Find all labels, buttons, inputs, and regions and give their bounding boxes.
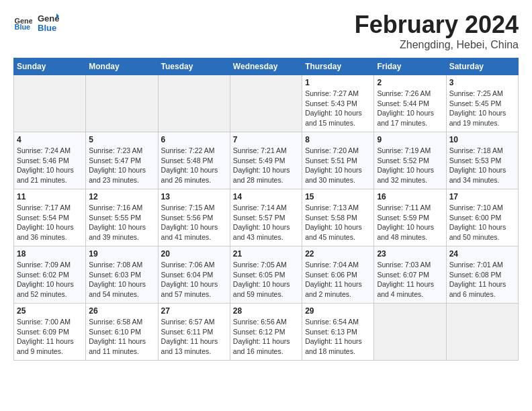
- table-row: 8Sunrise: 7:20 AM Sunset: 5:51 PM Daylig…: [302, 132, 374, 189]
- day-number: 5: [89, 135, 154, 144]
- table-row: 29Sunrise: 6:54 AM Sunset: 6:13 PM Dayli…: [302, 304, 374, 361]
- logo-icon: General Blue: [13, 12, 32, 31]
- day-number: 17: [449, 192, 515, 201]
- day-info: Sunrise: 7:14 AM Sunset: 5:57 PM Dayligh…: [233, 203, 299, 242]
- day-number: 29: [305, 306, 371, 316]
- table-row: [14, 75, 86, 132]
- table-row: 2Sunrise: 7:26 AM Sunset: 5:44 PM Daylig…: [374, 75, 446, 132]
- day-info: Sunrise: 6:54 AM Sunset: 6:13 PM Dayligh…: [305, 317, 371, 357]
- col-friday: Friday: [374, 58, 446, 75]
- table-row: 6Sunrise: 7:22 AM Sunset: 5:48 PM Daylig…: [158, 132, 230, 189]
- table-row: 20Sunrise: 7:06 AM Sunset: 6:04 PM Dayli…: [158, 246, 230, 304]
- table-row: 4Sunrise: 7:24 AM Sunset: 5:46 PM Daylig…: [14, 132, 86, 189]
- day-number: 8: [305, 135, 371, 144]
- svg-text:Blue: Blue: [38, 23, 56, 32]
- calendar-table: Sunday Monday Tuesday Wednesday Thursday…: [13, 58, 519, 361]
- table-row: 27Sunrise: 6:57 AM Sunset: 6:11 PM Dayli…: [158, 304, 230, 361]
- title-block: February 2024 Zhengding, Hebei, China: [355, 11, 519, 51]
- table-row: 24Sunrise: 7:01 AM Sunset: 6:08 PM Dayli…: [446, 246, 518, 304]
- svg-text:General: General: [38, 13, 59, 24]
- day-info: Sunrise: 7:23 AM Sunset: 5:47 PM Dayligh…: [89, 146, 154, 185]
- day-info: Sunrise: 7:16 AM Sunset: 5:55 PM Dayligh…: [89, 203, 154, 242]
- col-wednesday: Wednesday: [230, 58, 302, 75]
- day-number: 2: [377, 78, 443, 87]
- header: General Blue General Blue February 2024 …: [13, 11, 519, 51]
- logo: General Blue General Blue: [13, 11, 59, 32]
- day-number: 13: [161, 192, 227, 201]
- calendar-header-row: Sunday Monday Tuesday Wednesday Thursday…: [14, 58, 519, 75]
- day-number: 14: [233, 192, 299, 201]
- col-saturday: Saturday: [446, 58, 518, 75]
- calendar-week-row: 1Sunrise: 7:27 AM Sunset: 5:43 PM Daylig…: [14, 75, 519, 132]
- day-info: Sunrise: 7:25 AM Sunset: 5:45 PM Dayligh…: [449, 89, 515, 128]
- table-row: 16Sunrise: 7:11 AM Sunset: 5:59 PM Dayli…: [374, 189, 446, 246]
- calendar-week-row: 25Sunrise: 7:00 AM Sunset: 6:09 PM Dayli…: [14, 304, 519, 361]
- table-row: 28Sunrise: 6:56 AM Sunset: 6:12 PM Dayli…: [230, 304, 302, 361]
- day-info: Sunrise: 7:13 AM Sunset: 5:58 PM Dayligh…: [305, 203, 371, 242]
- day-number: 10: [449, 135, 515, 144]
- day-number: 19: [89, 249, 154, 259]
- table-row: [158, 75, 230, 132]
- day-info: Sunrise: 7:15 AM Sunset: 5:56 PM Dayligh…: [161, 203, 227, 242]
- table-row: [446, 304, 518, 361]
- day-number: 4: [17, 135, 83, 144]
- day-number: 18: [17, 249, 83, 259]
- table-row: 5Sunrise: 7:23 AM Sunset: 5:47 PM Daylig…: [86, 132, 158, 189]
- table-row: 17Sunrise: 7:10 AM Sunset: 6:00 PM Dayli…: [446, 189, 518, 246]
- day-info: Sunrise: 7:03 AM Sunset: 6:07 PM Dayligh…: [377, 260, 443, 300]
- table-row: 23Sunrise: 7:03 AM Sunset: 6:07 PM Dayli…: [374, 246, 446, 304]
- day-number: 24: [449, 249, 515, 259]
- day-info: Sunrise: 7:01 AM Sunset: 6:08 PM Dayligh…: [449, 260, 515, 300]
- day-info: Sunrise: 7:17 AM Sunset: 5:54 PM Dayligh…: [17, 203, 83, 242]
- day-number: 20: [161, 249, 227, 259]
- day-number: 26: [89, 306, 154, 316]
- table-row: 19Sunrise: 7:08 AM Sunset: 6:03 PM Dayli…: [86, 246, 158, 304]
- table-row: 26Sunrise: 6:58 AM Sunset: 6:10 PM Dayli…: [86, 304, 158, 361]
- day-info: Sunrise: 7:20 AM Sunset: 5:51 PM Dayligh…: [305, 146, 371, 185]
- day-info: Sunrise: 7:27 AM Sunset: 5:43 PM Dayligh…: [305, 89, 371, 128]
- day-info: Sunrise: 7:04 AM Sunset: 6:06 PM Dayligh…: [305, 260, 371, 300]
- table-row: [374, 304, 446, 361]
- col-thursday: Thursday: [302, 58, 374, 75]
- day-number: 21: [233, 249, 299, 259]
- table-row: 14Sunrise: 7:14 AM Sunset: 5:57 PM Dayli…: [230, 189, 302, 246]
- day-number: 7: [233, 135, 299, 144]
- calendar-week-row: 18Sunrise: 7:09 AM Sunset: 6:02 PM Dayli…: [14, 246, 519, 304]
- table-row: 18Sunrise: 7:09 AM Sunset: 6:02 PM Dayli…: [14, 246, 86, 304]
- col-sunday: Sunday: [14, 58, 86, 75]
- page: General Blue General Blue February 2024 …: [0, 0, 532, 411]
- day-info: Sunrise: 7:21 AM Sunset: 5:49 PM Dayligh…: [233, 146, 299, 185]
- day-number: 15: [305, 192, 371, 201]
- col-monday: Monday: [86, 58, 158, 75]
- day-number: 25: [17, 306, 83, 316]
- calendar-week-row: 4Sunrise: 7:24 AM Sunset: 5:46 PM Daylig…: [14, 132, 519, 189]
- table-row: [86, 75, 158, 132]
- day-info: Sunrise: 7:00 AM Sunset: 6:09 PM Dayligh…: [17, 317, 83, 357]
- day-info: Sunrise: 7:19 AM Sunset: 5:52 PM Dayligh…: [377, 146, 443, 185]
- day-number: 11: [17, 192, 83, 201]
- day-number: 28: [233, 306, 299, 316]
- day-info: Sunrise: 6:56 AM Sunset: 6:12 PM Dayligh…: [233, 317, 299, 357]
- day-number: 23: [377, 249, 443, 259]
- table-row: 11Sunrise: 7:17 AM Sunset: 5:54 PM Dayli…: [14, 189, 86, 246]
- day-info: Sunrise: 7:09 AM Sunset: 6:02 PM Dayligh…: [17, 260, 83, 300]
- table-row: [230, 75, 302, 132]
- day-info: Sunrise: 7:26 AM Sunset: 5:44 PM Dayligh…: [377, 89, 443, 128]
- table-row: 21Sunrise: 7:05 AM Sunset: 6:05 PM Dayli…: [230, 246, 302, 304]
- col-tuesday: Tuesday: [158, 58, 230, 75]
- day-info: Sunrise: 7:24 AM Sunset: 5:46 PM Dayligh…: [17, 146, 83, 185]
- day-info: Sunrise: 7:05 AM Sunset: 6:05 PM Dayligh…: [233, 260, 299, 300]
- table-row: 12Sunrise: 7:16 AM Sunset: 5:55 PM Dayli…: [86, 189, 158, 246]
- table-row: 1Sunrise: 7:27 AM Sunset: 5:43 PM Daylig…: [302, 75, 374, 132]
- table-row: 9Sunrise: 7:19 AM Sunset: 5:52 PM Daylig…: [374, 132, 446, 189]
- day-info: Sunrise: 7:08 AM Sunset: 6:03 PM Dayligh…: [89, 260, 154, 300]
- main-title: February 2024: [355, 11, 519, 39]
- day-info: Sunrise: 6:57 AM Sunset: 6:11 PM Dayligh…: [161, 317, 227, 357]
- day-number: 3: [449, 78, 515, 87]
- day-info: Sunrise: 6:58 AM Sunset: 6:10 PM Dayligh…: [89, 317, 154, 357]
- day-number: 22: [305, 249, 371, 259]
- day-info: Sunrise: 7:22 AM Sunset: 5:48 PM Dayligh…: [161, 146, 227, 185]
- day-number: 9: [377, 135, 443, 144]
- calendar-week-row: 11Sunrise: 7:17 AM Sunset: 5:54 PM Dayli…: [14, 189, 519, 246]
- day-info: Sunrise: 7:06 AM Sunset: 6:04 PM Dayligh…: [161, 260, 227, 300]
